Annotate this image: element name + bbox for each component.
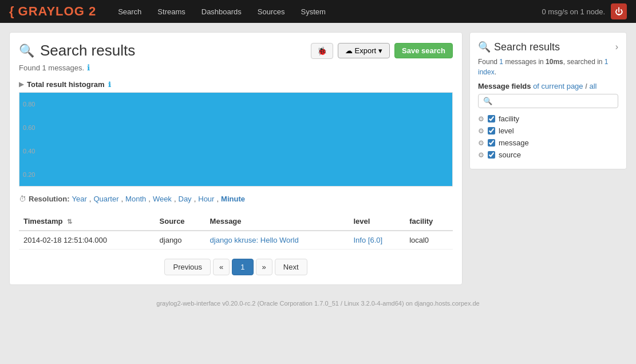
- field-label-level: level: [499, 126, 514, 135]
- gear-icon-facility[interactable]: ⚙: [478, 115, 484, 123]
- res-day[interactable]: Day: [179, 195, 192, 203]
- histogram-info-icon: ℹ: [108, 81, 111, 89]
- gear-icon-message[interactable]: ⚙: [478, 139, 484, 147]
- right-panel-title: 🔍 Search results ›: [478, 41, 618, 53]
- header-actions: 🐞 ☁ Export ▾ Save search: [311, 43, 453, 59]
- gear-icon-source[interactable]: ⚙: [478, 151, 484, 159]
- field-source: ⚙ source: [478, 149, 618, 161]
- footer: graylog2-web-interface v0.20.0-rc.2 (Ora…: [0, 294, 636, 316]
- page-1-button[interactable]: 1: [232, 259, 253, 275]
- res-hour[interactable]: Hour: [198, 195, 214, 203]
- checkbox-message[interactable]: [488, 139, 495, 147]
- field-label-facility: facility: [499, 114, 519, 123]
- checkbox-source[interactable]: [488, 151, 495, 159]
- res-quarter[interactable]: Quarter: [93, 195, 118, 203]
- field-search-icon: 🔍: [483, 97, 492, 105]
- nav-search[interactable]: Search: [110, 0, 149, 23]
- resolution-section: ⏱ Resolution: Year, Quarter, Month, Week…: [19, 195, 453, 203]
- cell-source: django: [155, 231, 206, 250]
- res-week[interactable]: Week: [153, 195, 172, 203]
- message-fields-header: Message fields of current page / all: [478, 82, 618, 90]
- res-year[interactable]: Year: [72, 195, 87, 203]
- table-row: 2014-02-18 12:51:04.000 django django kk…: [19, 231, 453, 250]
- right-panel: 🔍 Search results › Found 1 messages in 1…: [469, 32, 627, 169]
- caret-icon: ▾: [378, 46, 382, 55]
- histogram-section: ▶ Total result histogram ℹ 0.80 0.60 0.4…: [19, 80, 453, 187]
- message-link[interactable]: django kkruse: Hello World: [210, 236, 299, 244]
- col-source: Source: [155, 212, 206, 231]
- index-count-link[interactable]: 1 index: [478, 58, 609, 76]
- cell-facility: local0: [405, 231, 453, 250]
- nav-streams[interactable]: Streams: [149, 0, 193, 23]
- next-button[interactable]: Next: [275, 259, 307, 275]
- res-minute[interactable]: Minute: [221, 195, 245, 203]
- previous-button[interactable]: Previous: [164, 259, 211, 275]
- right-search-icon: 🔍: [478, 41, 491, 53]
- page-header: 🔍 Search results 🐞 ☁ Export ▾ Save searc…: [19, 42, 453, 60]
- res-month[interactable]: Month: [125, 195, 146, 203]
- next-arrow-button[interactable]: »: [256, 259, 272, 275]
- level-value: Info [6.0]: [354, 236, 383, 244]
- field-message: ⚙ message: [478, 137, 618, 149]
- field-search-wrap: 🔍: [478, 94, 618, 108]
- histogram-y-labels: 0.80 0.60 0.40 0.20: [23, 93, 35, 186]
- field-label-message: message: [499, 139, 529, 147]
- page-title: 🔍 Search results: [19, 42, 135, 60]
- power-button[interactable]: ⏻: [611, 3, 627, 19]
- cell-message: django kkruse: Hello World: [206, 231, 349, 250]
- toggle-icon: ▶: [19, 81, 23, 88]
- nav-system[interactable]: System: [293, 0, 334, 23]
- histogram-title: ▶ Total result histogram ℹ: [19, 80, 453, 89]
- col-timestamp: Timestamp ⇅: [19, 212, 155, 231]
- sort-icon[interactable]: ⇅: [67, 218, 72, 225]
- status-text: 0 msg/s on 1 node.: [542, 7, 605, 16]
- found-messages: Found 1 messages. ℹ: [19, 63, 453, 72]
- cell-timestamp: 2014-02-18 12:51:04.000: [19, 231, 155, 250]
- search-icon: 🔍: [19, 43, 34, 58]
- all-fields-link[interactable]: all: [589, 82, 597, 90]
- cloud-icon: ☁: [345, 46, 353, 55]
- checkbox-level[interactable]: [488, 127, 495, 134]
- current-page-link[interactable]: of current page: [533, 82, 583, 90]
- field-facility: ⚙ facility: [478, 113, 618, 125]
- nav-dashboards[interactable]: Dashboards: [193, 0, 250, 23]
- bug-button[interactable]: 🐞: [311, 43, 333, 59]
- results-table: Timestamp ⇅ Source Message level facilit…: [19, 212, 453, 250]
- cell-level: Info [6.0]: [349, 231, 405, 250]
- logo: { GRAYLOG 2: [9, 4, 96, 19]
- export-button[interactable]: ☁ Export ▾: [338, 43, 390, 58]
- pagination: Previous « 1 » Next: [19, 259, 453, 275]
- nav-links: Search Streams Dashboards Sources System: [110, 0, 334, 23]
- prev-arrow-button[interactable]: «: [213, 259, 230, 275]
- col-level: level: [349, 212, 405, 231]
- main-content: 🔍 Search results 🐞 ☁ Export ▾ Save searc…: [0, 23, 636, 294]
- info-icon: ℹ: [87, 63, 90, 72]
- field-search-input[interactable]: [496, 97, 613, 105]
- clock-icon: ⏱: [19, 195, 26, 203]
- gear-icon-level[interactable]: ⚙: [478, 127, 484, 135]
- left-panel: 🔍 Search results 🐞 ☁ Export ▾ Save searc…: [9, 32, 463, 285]
- checkbox-facility[interactable]: [488, 115, 495, 122]
- right-panel-arrow[interactable]: ›: [615, 42, 618, 52]
- histogram-chart: 0.80 0.60 0.40 0.20: [19, 92, 453, 187]
- right-panel-found: Found 1 messages in 10ms, searched in 1 …: [478, 57, 618, 77]
- field-level: ⚙ level: [478, 125, 618, 137]
- field-label-source: source: [499, 151, 521, 159]
- found-count-link[interactable]: 1: [499, 58, 503, 66]
- topnav: { GRAYLOG 2 Search Streams Dashboards So…: [0, 0, 636, 23]
- save-search-button[interactable]: Save search: [394, 43, 453, 58]
- col-facility: facility: [405, 212, 453, 231]
- nav-sources[interactable]: Sources: [250, 0, 293, 23]
- col-message: Message: [206, 212, 349, 231]
- histogram-fill: [19, 93, 452, 186]
- topnav-status: 0 msg/s on 1 node. ⏻: [542, 3, 627, 19]
